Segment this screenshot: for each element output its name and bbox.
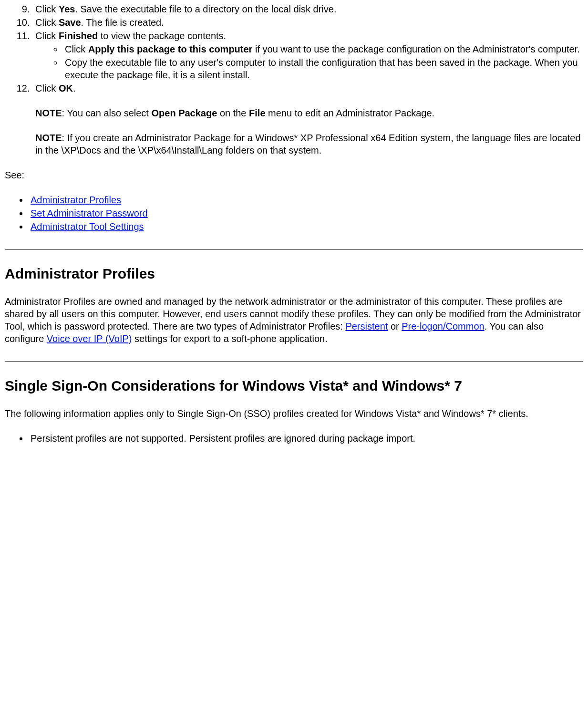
note: NOTE: You can also select Open Package o… [35, 107, 583, 119]
text: Click [65, 44, 88, 54]
step-11: Click Finished to view the package conte… [32, 30, 583, 81]
text: : You can also select [62, 108, 152, 118]
divider [5, 249, 583, 250]
step-12: Click OK. NOTE: You can also select Open… [32, 82, 583, 156]
note-label: NOTE [35, 108, 62, 118]
heading-sso-considerations: Single Sign-On Considerations for Window… [5, 376, 583, 395]
text: Persistent profiles are not supported. P… [31, 433, 415, 444]
text: . The file is created. [81, 17, 164, 28]
text: if you want to use the package configura… [252, 44, 579, 54]
list-item: Administrator Profiles [29, 194, 583, 206]
text: or [388, 321, 402, 331]
text: Click [35, 31, 59, 41]
list-item: Set Administrator Password [29, 207, 583, 219]
bold: Finished [59, 31, 98, 41]
link-administrator-profiles[interactable]: Administrator Profiles [31, 195, 121, 205]
text: on the [217, 108, 249, 118]
bold: Yes [59, 4, 75, 14]
note-label: NOTE [35, 133, 62, 143]
heading-administrator-profiles: Administrator Profiles [5, 264, 583, 283]
text: to view the package contents. [98, 31, 226, 41]
link-administrator-tool-settings[interactable]: Administrator Tool Settings [31, 221, 144, 232]
substep: Copy the executable file to any user's c… [63, 56, 583, 81]
list-item: Persistent profiles are not supported. P… [29, 432, 583, 445]
link-pre-logon-common[interactable]: Pre-logon/Common [402, 321, 484, 331]
see-links-list: Administrator Profiles Set Administrator… [5, 194, 583, 233]
text: menu to edit an Administrator Package. [266, 108, 435, 118]
bold: OK [59, 83, 73, 93]
see-label: See: [5, 169, 583, 181]
text: . [73, 83, 76, 93]
text: Click [35, 4, 59, 14]
paragraph: Administrator Profiles are owned and man… [5, 295, 583, 345]
bold: Save [59, 17, 81, 28]
paragraph: The following information applies only t… [5, 407, 583, 420]
link-set-administrator-password[interactable]: Set Administrator Password [31, 208, 148, 218]
text: : If you create an Administrator Package… [35, 133, 581, 155]
text: Copy the executable file to any user's c… [65, 57, 578, 80]
sso-list: Persistent profiles are not supported. P… [5, 432, 583, 445]
bold: Open Package [151, 108, 217, 118]
list-item: Administrator Tool Settings [29, 220, 583, 233]
text: Click [35, 83, 59, 93]
bold: File [249, 108, 265, 118]
sublist: Click Apply this package to this compute… [35, 43, 583, 81]
bold: Apply this package to this computer [88, 44, 253, 54]
link-persistent[interactable]: Persistent [345, 321, 388, 331]
text: Click [35, 17, 59, 28]
link-voip[interactable]: Voice over IP (VoIP) [47, 333, 132, 344]
substep: Click Apply this package to this compute… [63, 43, 583, 55]
step-10: Click Save. The file is created. [32, 16, 583, 29]
step-9: Click Yes. Save the executable file to a… [32, 3, 583, 15]
divider [5, 361, 583, 362]
text: . Save the executable file to a director… [75, 4, 336, 14]
text: settings for export to a soft-phone appl… [132, 333, 327, 344]
instruction-list: Click Yes. Save the executable file to a… [5, 3, 583, 156]
note: NOTE: If you create an Administrator Pac… [35, 132, 583, 156]
